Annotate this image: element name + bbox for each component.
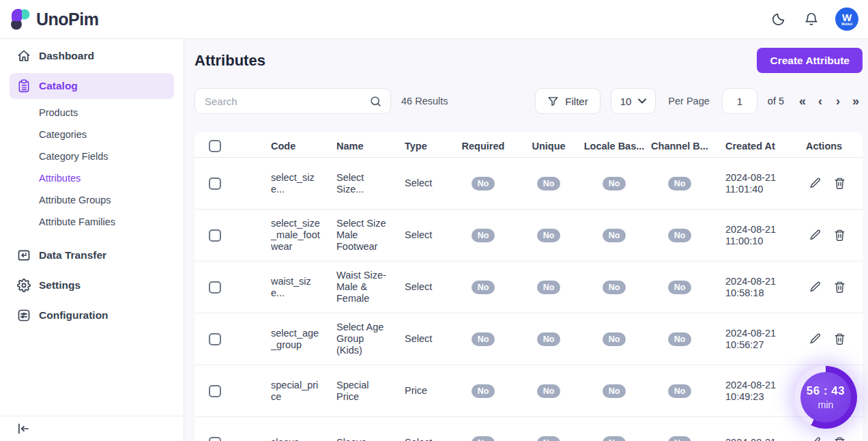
created-date: 2024-08-21: [725, 437, 785, 441]
cell-actions: [790, 272, 863, 302]
search-input[interactable]: [205, 96, 369, 107]
delete-trash-icon[interactable]: [833, 177, 846, 190]
filter-label: Filter: [565, 96, 588, 107]
table-row: sleeve Sleeve Select No No No No 2024-08…: [194, 417, 863, 441]
cell-name: Select Age Group (Kids): [326, 313, 394, 365]
collapse-sidebar-icon[interactable]: [17, 423, 29, 435]
cell-name: Waist Size-Male & Female: [326, 261, 394, 313]
channel-based-badge: No: [668, 281, 692, 294]
next-page-icon[interactable]: ›: [831, 94, 845, 108]
toolbar: 46 Results Filter 10 Per Page: [194, 88, 863, 114]
filter-funnel-icon: [547, 96, 559, 107]
select-all-checkbox[interactable]: [209, 140, 221, 152]
channel-based-badge: No: [668, 177, 692, 190]
table-body: select_size... Select Size... Select No …: [194, 158, 863, 441]
cell-name: Select Size...: [326, 164, 394, 203]
column-header: Type: [394, 132, 452, 160]
cell-created-at: 2024-08-21 10:58:18: [714, 268, 790, 307]
delete-trash-icon[interactable]: [833, 281, 846, 294]
unique-badge: No: [537, 229, 561, 242]
table-row: select_age_group Select Age Group (Kids)…: [194, 313, 863, 365]
created-date: 2024-08-21: [725, 380, 785, 391]
chevron-down-icon: [638, 98, 646, 104]
required-badge: No: [472, 177, 495, 190]
edit-pencil-icon[interactable]: [809, 229, 822, 242]
sidebar-item-dashboard[interactable]: Dashboard: [10, 43, 174, 69]
column-header: Actions: [790, 132, 863, 160]
user-avatar[interactable]: W Webkul: [835, 8, 858, 31]
row-checkbox[interactable]: [209, 333, 221, 345]
dark-mode-icon[interactable]: [770, 10, 787, 28]
sidebar: Dashboard Catalog Products Categories Ca…: [0, 39, 184, 441]
cell-code: select_age_group: [260, 319, 326, 359]
topbar: UnoPim W Webkul: [0, 0, 868, 39]
row-checkbox[interactable]: [209, 177, 221, 190]
previous-page-icon[interactable]: ‹: [813, 94, 827, 108]
sidebar-item-attributes[interactable]: Attributes: [0, 169, 184, 188]
sidebar-item-label: Dashboard: [39, 50, 94, 62]
table-row: waist_size... Waist Size-Male & Female S…: [194, 261, 863, 313]
unique-badge: No: [537, 436, 561, 441]
sidebar-item-products[interactable]: Products: [0, 103, 184, 122]
brand-logo[interactable]: UnoPim: [10, 8, 98, 30]
last-page-icon[interactable]: »: [849, 94, 863, 108]
edit-pencil-icon[interactable]: [809, 436, 822, 441]
timer-core: 56 : 43 min: [800, 372, 851, 423]
cell-code: special_price: [260, 371, 326, 411]
cell-type: Select: [394, 429, 452, 441]
cell-created-at: 2024-08-21: [714, 429, 790, 441]
unique-badge: No: [537, 177, 561, 190]
create-attribute-button[interactable]: Create Attribute: [757, 48, 863, 73]
sidebar-item-data-transfer[interactable]: Data Transfer: [10, 242, 174, 268]
locale-based-badge: No: [603, 384, 626, 398]
avatar-initial: W: [842, 12, 852, 23]
edit-pencil-icon[interactable]: [809, 332, 822, 345]
cell-actions: [790, 428, 863, 441]
channel-based-badge: No: [668, 332, 692, 346]
channel-based-badge: No: [668, 384, 692, 398]
per-page-select[interactable]: 10: [611, 88, 656, 114]
notifications-bell-icon[interactable]: [802, 10, 820, 28]
cell-created-at: 2024-08-21 10:49:23: [714, 371, 790, 411]
filter-button[interactable]: Filter: [535, 88, 600, 114]
sidebar-item-categories[interactable]: Categories: [0, 125, 184, 144]
session-timer-badge[interactable]: 56 : 43 min: [794, 366, 857, 429]
created-date: 2024-08-21: [725, 224, 785, 236]
edit-pencil-icon[interactable]: [809, 281, 822, 294]
search-icon[interactable]: [369, 95, 382, 108]
row-checkbox[interactable]: [209, 281, 221, 294]
row-checkbox[interactable]: [209, 229, 221, 242]
required-badge: No: [472, 229, 495, 242]
sidebar-item-attribute-groups[interactable]: Attribute Groups: [0, 190, 184, 210]
unique-badge: No: [537, 281, 561, 294]
page-number-input[interactable]: [722, 88, 757, 114]
sidebar-item-settings[interactable]: Settings: [10, 272, 174, 298]
table-row: special_price Special Price Price No No …: [194, 365, 863, 417]
required-badge: No: [472, 436, 495, 441]
sidebar-item-attribute-families[interactable]: Attribute Families: [0, 212, 184, 231]
sidebar-item-category-fields[interactable]: Category Fields: [0, 147, 184, 166]
data-transfer-icon: [17, 248, 31, 262]
avatar-label: Webkul: [841, 23, 852, 27]
channel-based-badge: No: [668, 436, 692, 441]
row-checkbox[interactable]: [209, 385, 221, 397]
edit-pencil-icon[interactable]: [809, 177, 822, 190]
gear-icon: [17, 279, 31, 292]
delete-trash-icon[interactable]: [833, 332, 846, 345]
per-page-label: Per Page: [668, 96, 709, 106]
cell-actions: [790, 169, 863, 198]
required-badge: No: [472, 281, 495, 294]
cell-name: Select Size Male Footwear: [326, 210, 394, 261]
sidebar-item-label: Settings: [39, 279, 81, 291]
table-row: select_size... Select Size... Select No …: [194, 158, 863, 210]
delete-trash-icon[interactable]: [833, 229, 846, 242]
sidebar-item-catalog[interactable]: Catalog: [10, 73, 174, 99]
created-date: 2024-08-21: [725, 328, 785, 339]
sidebar-item-configuration[interactable]: Configuration: [10, 302, 174, 328]
row-checkbox[interactable]: [209, 437, 221, 441]
locale-based-badge: No: [603, 332, 626, 346]
locale-based-badge: No: [603, 281, 626, 294]
delete-trash-icon[interactable]: [833, 436, 846, 441]
first-page-icon[interactable]: «: [796, 94, 809, 108]
main-content: Attributes Create Attribute 46 Results F…: [184, 0, 868, 441]
